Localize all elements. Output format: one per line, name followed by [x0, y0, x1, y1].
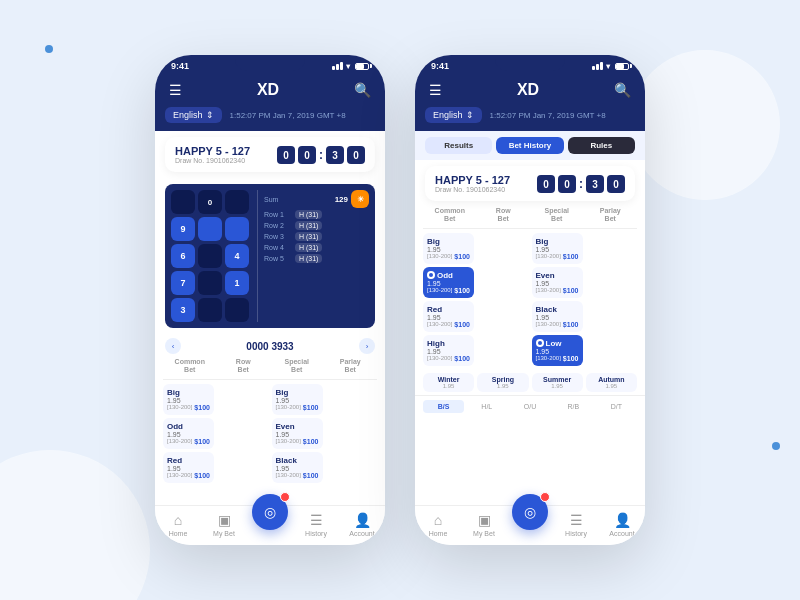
bet-cell-big-special[interactable]: Big 1.95 [130-200]$100 [272, 384, 323, 415]
notch-left [235, 55, 305, 71]
time-right: 9:41 [431, 61, 449, 71]
lottery-card-right: HAPPY 5 - 127 Draw No. 1901062340 0 0 : … [425, 166, 635, 201]
bet-badge-left [280, 492, 290, 502]
bet-cell-even[interactable]: Even 1.95 [130-200]$100 [272, 418, 323, 449]
bet-cell-black-parlay [326, 452, 377, 483]
phone-content-right: HAPPY 5 - 127 Draw No. 1901062340 0 0 : … [415, 160, 645, 505]
rbet-cell-black[interactable]: Black 1.95 [130-200]$100 [532, 301, 583, 332]
timer-right: 0 0 : 3 0 [537, 175, 625, 193]
rbet-row-red: Red 1.95 [130-200]$100 Black 1.95 [130-2… [423, 301, 637, 332]
grid-cell [171, 190, 195, 214]
timer-m1-right: 0 [558, 175, 576, 193]
rbet-cell-low[interactable]: Low 1.95 [130-200]$100 [532, 335, 583, 366]
rbet-row-high: High 1.95 [130-200]$100 Low 1.95 [130-20… [423, 335, 637, 366]
grid-cell [198, 217, 222, 241]
right-phone: 9:41 ▾ ☰ XD 🔍 English ⇕ 1:52:07 PM Jan 7… [415, 55, 645, 545]
ticket-prev-btn[interactable]: ‹ [165, 338, 181, 354]
rbet-cell-red-row [477, 301, 528, 332]
rbet-cell-red[interactable]: Red 1.95 [130-200]$100 [423, 301, 474, 332]
bet-row-big-left: Big 1.95 [130-200]$100 Big 1.95 [130-200… [163, 384, 377, 415]
footer-tabs-right: B/S H/L O/U R/B D/T [415, 395, 645, 417]
bet-cell-black[interactable]: Black 1.95 [130-200]$100 [272, 452, 323, 483]
season-spring[interactable]: Spring 1.95 [477, 373, 528, 392]
season-winter[interactable]: Winter 1.95 [423, 373, 474, 392]
search-icon-right[interactable]: 🔍 [614, 82, 631, 98]
footer-tab-dt[interactable]: D/T [596, 400, 637, 413]
rbet-header-parlay: ParlayBet [584, 207, 638, 224]
mybet-icon-right: ▣ [478, 512, 491, 528]
footer-tab-bs[interactable]: B/S [423, 400, 464, 413]
bet-header-left: CommonBet RowBet SpecialBet ParlayBet [163, 358, 377, 380]
rbet-cell-big-row [477, 233, 528, 264]
rbet-cell-odd[interactable]: Odd 1.95 [130-200]$100 [423, 267, 474, 298]
nav-history-right[interactable]: ☰ History [553, 512, 599, 537]
status-icons-left: ▾ [332, 62, 369, 71]
nav-bet-center-left[interactable]: ◎ [247, 512, 293, 537]
mybet-icon-left: ▣ [218, 512, 231, 528]
language-selector-right[interactable]: English ⇕ [425, 107, 482, 123]
home-icon-right: ⌂ [434, 512, 442, 528]
nav-bar-left: ⌂ Home ▣ My Bet ◎ ☰ History 👤 Account [155, 505, 385, 545]
timer-m2-left: 3 [326, 146, 344, 164]
notch-right [495, 55, 565, 71]
language-selector-left[interactable]: English ⇕ [165, 107, 222, 123]
bg-dot-1 [45, 45, 53, 53]
bet-header-common: CommonBet [163, 358, 217, 375]
app-header-right: ☰ XD 🔍 [415, 75, 645, 107]
ticket-next-btn[interactable]: › [359, 338, 375, 354]
nav-mybet-right[interactable]: ▣ My Bet [461, 512, 507, 537]
bet-center-btn-right[interactable]: ◎ [512, 494, 548, 530]
nav-account-right[interactable]: 👤 Account [599, 512, 645, 537]
row2-result: Row 2 H (31) [264, 221, 369, 230]
footer-tab-hl[interactable]: H/L [466, 400, 507, 413]
season-autumn[interactable]: Autumn 1.95 [586, 373, 637, 392]
rbet-row-big: Big 1.95 [130-200]$100 Big 1.95 [130-200… [423, 233, 637, 264]
season-summer[interactable]: Summer 1.95 [532, 373, 583, 392]
bet-cell-red[interactable]: Red 1.95 [130-200]$100 [163, 452, 214, 483]
bet-center-icon-left: ◎ [264, 504, 276, 520]
rbet-cell-big-common[interactable]: Big 1.95 [130-200]$100 [423, 233, 474, 264]
menu-icon-right[interactable]: ☰ [429, 82, 442, 98]
menu-icon-left[interactable]: ☰ [169, 82, 182, 98]
tab-rules[interactable]: Rules [568, 137, 635, 154]
grid-cell [225, 190, 249, 214]
tab-bet-history[interactable]: Bet History [496, 137, 563, 154]
nav-mybet-left[interactable]: ▣ My Bet [201, 512, 247, 537]
footer-tab-ou[interactable]: O/U [509, 400, 550, 413]
row3-result: Row 3 H (31) [264, 232, 369, 241]
bg-dot-3 [772, 442, 780, 450]
nav-home-right[interactable]: ⌂ Home [415, 512, 461, 537]
rbet-row-odd: Odd 1.95 [130-200]$100 Even 1.95 [130-20… [423, 267, 637, 298]
timer-left: 0 0 : 3 0 [277, 146, 365, 164]
grid-cell: 9 [171, 217, 195, 241]
time-left: 9:41 [171, 61, 189, 71]
ticket-row-left: ‹ 0000 3933 › [155, 334, 385, 358]
search-icon-left[interactable]: 🔍 [354, 82, 371, 98]
rbet-cell-even[interactable]: Even 1.95 [130-200]$100 [532, 267, 583, 298]
bet-center-btn-left[interactable]: ◎ [252, 494, 288, 530]
dropdown-arrow-right: ⇕ [466, 110, 474, 120]
bet-cell-odd-row [217, 418, 268, 449]
tab-results[interactable]: Results [425, 137, 492, 154]
bet-cell-big-common[interactable]: Big 1.95 [130-200]$100 [163, 384, 214, 415]
timer-h-left: 0 [277, 146, 295, 164]
nav-home-left[interactable]: ⌂ Home [155, 512, 201, 537]
grid-cell: 4 [225, 244, 249, 268]
footer-tab-rb[interactable]: R/B [553, 400, 594, 413]
nav-account-left[interactable]: 👤 Account [339, 512, 385, 537]
rbet-cell-big-special[interactable]: Big 1.95 [130-200]$100 [532, 233, 583, 264]
season-row-right: Winter 1.95 Spring 1.95 Summer 1.95 Autu… [415, 373, 645, 392]
language-label-left: English [173, 110, 203, 120]
rbet-cell-big-parlay [586, 233, 637, 264]
phone-content-left: HAPPY 5 - 127 Draw No. 1901062340 0 0 : … [155, 131, 385, 505]
grid-cell: 3 [171, 298, 195, 322]
bet-cell-odd[interactable]: Odd 1.95 [130-200]$100 [163, 418, 214, 449]
time-display-right: 1:52:07 PM Jan 7, 2019 GMT +8 [490, 111, 606, 120]
row5-result: Row 5 H (31) [264, 254, 369, 263]
language-label-right: English [433, 110, 463, 120]
rbet-cell-high[interactable]: High 1.95 [130-200]$100 [423, 335, 474, 366]
nav-bet-center-right[interactable]: ◎ [507, 512, 553, 537]
nav-history-left[interactable]: ☰ History [293, 512, 339, 537]
bet-table-left: CommonBet RowBet SpecialBet ParlayBet Bi… [155, 358, 385, 490]
dropdown-arrow-left: ⇕ [206, 110, 214, 120]
